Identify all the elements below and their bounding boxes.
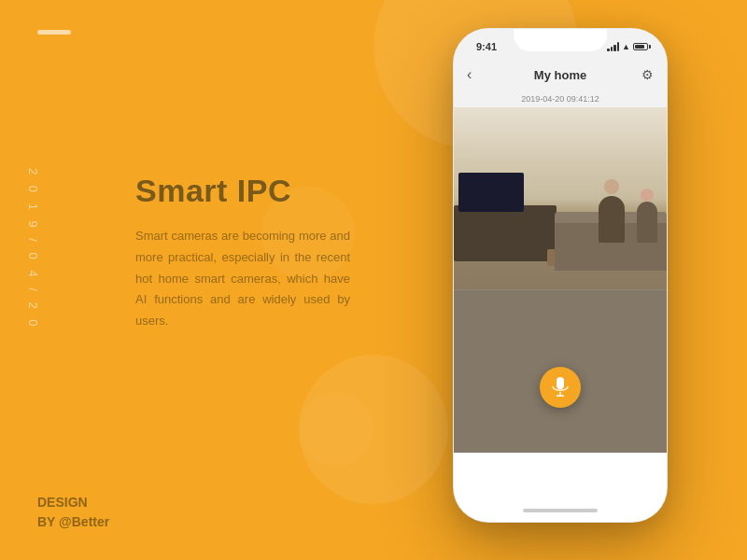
signal-icon — [607, 42, 619, 51]
left-content-area: Smart IPC Smart cameras are becoming mor… — [135, 173, 350, 332]
nav-title: My home — [534, 68, 586, 82]
credit-line1: DESIGN — [37, 493, 109, 512]
back-button[interactable]: ‹ — [467, 66, 472, 83]
credit-line2: BY @Better — [37, 512, 109, 532]
wifi-icon: ▲ — [622, 42, 630, 51]
year-label: 2 0 1 9 / 0 4 / 2 0 — [26, 168, 40, 330]
camera-feed-top — [454, 107, 667, 289]
svg-rect-3 — [557, 377, 564, 389]
gear-icon[interactable]: ⚙ — [641, 67, 654, 82]
tv-unit — [454, 205, 557, 261]
home-indicator — [523, 509, 598, 512]
page-title: Smart IPC — [135, 173, 350, 209]
phone-notch — [514, 29, 607, 51]
microphone-button[interactable] — [540, 367, 581, 408]
top-dash-decoration — [37, 30, 71, 35]
battery-icon — [633, 43, 648, 50]
feed-divider — [454, 289, 667, 290]
timestamp-bar: 2019-04-20 09:41:12 — [454, 92, 667, 107]
person-2-silhouette — [637, 202, 657, 243]
description-text: Smart cameras are becoming more and more… — [135, 226, 350, 332]
status-icons: ▲ — [607, 42, 648, 51]
tv-screen — [458, 173, 524, 212]
nav-bar: ‹ My home ⚙ — [454, 57, 667, 92]
bg-blob-4 — [299, 392, 374, 467]
status-time: 9:41 — [476, 41, 497, 52]
person-1-silhouette — [599, 196, 625, 243]
room-scene — [454, 107, 667, 289]
timestamp-text: 2019-04-20 09:41:12 — [521, 94, 599, 104]
camera-feed-bottom: ··· Message Video — [454, 289, 667, 453]
credit-text: DESIGN BY @Better — [37, 493, 109, 532]
phone-frame: 9:41 ▲ ‹ My home ⚙ 2019-04-20 09:41:12 — [453, 28, 668, 523]
phone-mockup: 9:41 ▲ ‹ My home ⚙ 2019-04-20 09:41:12 — [453, 28, 668, 523]
